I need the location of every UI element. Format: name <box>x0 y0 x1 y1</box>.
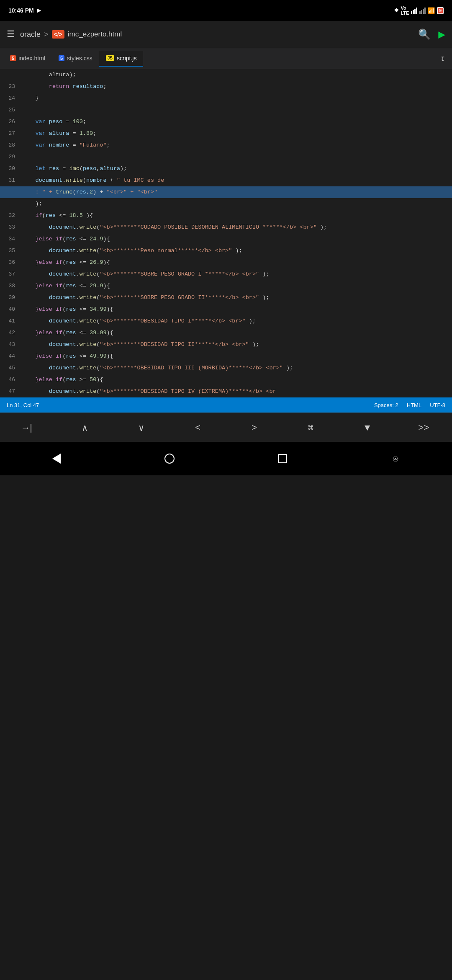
tabs-bar: 5 index.html 5 styles.css JS script.js ↧ <box>0 48 452 69</box>
android-home-button[interactable] <box>157 450 182 467</box>
code-line-35: 35 document.write("<b>********Peso norma… <box>0 245 452 257</box>
code-line-26: 26 var peso = 100; <box>0 116 452 128</box>
code-line-37: 37 document.write("<b>********SOBRE PESO… <box>0 268 452 280</box>
cursor-position: Ln 31, Col 47 <box>7 402 39 408</box>
code-line-32: 32 if(res <= 18.5 ){ <box>0 210 452 222</box>
vo-lte-icon: VoLTE <box>401 5 409 15</box>
tab-label-styles: styles.css <box>67 55 92 62</box>
tab-indent-button[interactable]: →| <box>19 423 38 433</box>
status-time: 10:46 PM ► <box>8 7 43 14</box>
run-button[interactable]: ▶ <box>438 27 445 41</box>
toolbar: ☰ oracle > </> imc_ezperto.html 🔍 ▶ <box>0 21 452 48</box>
spaces-indicator: Spaces: 2 <box>374 402 398 408</box>
language-indicator: HTML <box>407 402 421 408</box>
tab-index-html[interactable]: 5 index.html <box>3 51 52 67</box>
wifi-icon: 📶 <box>428 7 435 14</box>
code-line-40: 40 }else if(res <= 34.99){ <box>0 304 452 315</box>
code-line-31-end: ); <box>0 198 452 210</box>
code-line-30: 30 let res = imc(peso,altura); <box>0 163 452 175</box>
cursor-left-button[interactable]: < <box>189 423 207 433</box>
status-bottom-right: Spaces: 2 HTML UTF-8 <box>374 402 445 408</box>
code-line-29: 29 <box>0 151 452 163</box>
breadcrumb: oracle > </> imc_ezperto.html <box>20 30 413 39</box>
sort-tabs-icon[interactable]: ↧ <box>437 53 449 64</box>
battery-icon: 9 <box>437 7 444 14</box>
breadcrumb-separator: > <box>44 30 49 39</box>
tab-label-index: index.html <box>18 55 45 62</box>
signal-bars-2 <box>419 8 426 14</box>
status-right: ✱ VoLTE 📶 9 <box>394 5 444 15</box>
cursor-up-button[interactable]: ∧ <box>76 423 94 434</box>
android-accessibility-button[interactable]: ♾ <box>383 450 408 467</box>
search-icon[interactable]: 🔍 <box>418 28 431 41</box>
signal-bars <box>411 8 417 14</box>
code-line-24: 24 } <box>0 93 452 104</box>
code-line-44: 44 }else if(res <= 49.99){ <box>0 351 452 362</box>
tab-styles-css[interactable]: 5 styles.css <box>52 51 99 67</box>
code-line-28: 28 var nombre = "Fulano"; <box>0 139 452 151</box>
code-line-31-cont: : " + trunc(res,2) + "<br>" + "<br>" <box>0 186 452 198</box>
status-bottom-bar: Ln 31, Col 47 Spaces: 2 HTML UTF-8 <box>0 397 452 413</box>
battery-level: 9 <box>439 8 442 13</box>
code-line-43: 43 document.write("<b>********OBESIDAD T… <box>0 339 452 351</box>
tab-script-js[interactable]: JS script.js <box>99 51 144 67</box>
tab-label-script: script.js <box>117 55 136 62</box>
cursor-down-button[interactable]: ∨ <box>132 423 151 434</box>
code-line-33: 33 document.write("<b>********CUDADO POS… <box>0 222 452 233</box>
toolbar-actions: 🔍 ▶ <box>418 27 445 41</box>
status-bar: 10:46 PM ► ✱ VoLTE 📶 9 <box>0 0 452 21</box>
cursor-right-button[interactable]: > <box>245 423 264 433</box>
code-line-25: 25 <box>0 104 452 116</box>
code-line-27: 27 var altura = 1.80; <box>0 128 452 139</box>
android-recent-button[interactable] <box>270 450 295 467</box>
android-back-button[interactable] <box>44 450 69 467</box>
bluetooth-icon: ✱ <box>394 8 398 13</box>
code-line-31: 31 document.write(nombre + " tu IMC es d… <box>0 175 452 186</box>
html-file-icon: </> <box>52 30 64 39</box>
html-tab-icon: 5 <box>10 55 16 61</box>
menu-icon[interactable]: ☰ <box>7 29 15 40</box>
code-line-41: 41 document.write("<b>********OBESIDAD T… <box>0 315 452 327</box>
code-line-47: 47 document.write("<b>********OBESIDAD T… <box>0 386 452 397</box>
css-tab-icon: 5 <box>59 55 64 61</box>
android-nav-bar: ♾ <box>0 442 452 475</box>
code-line-46: 46 }else if(res >= 50){ <box>0 374 452 386</box>
command-button[interactable]: ⌘ <box>302 423 320 434</box>
code-line-23: 23 return resultado; <box>0 81 452 93</box>
bottom-toolbar: →| ∧ ∨ < > ⌘ ▼ >> <box>0 413 452 442</box>
code-line-45: 45 document.write("<b>*******OBESIDAD TI… <box>0 362 452 374</box>
breadcrumb-filename[interactable]: imc_ezperto.html <box>68 30 122 39</box>
code-editor[interactable]: altura); 23 return resultado; 24 } 25 26… <box>0 69 452 397</box>
breadcrumb-oracle[interactable]: oracle <box>20 30 41 39</box>
code-line: altura); <box>0 69 452 81</box>
code-line-42: 42 }else if(res <= 39.99){ <box>0 327 452 339</box>
js-tab-icon: JS <box>106 55 114 61</box>
code-line-34: 34 }else if(res <= 24.9){ <box>0 233 452 245</box>
send-icon: ► <box>36 7 43 14</box>
code-line-36: 36 }else if(res <= 26.9){ <box>0 257 452 268</box>
code-line-38: 38 }else if(res <= 29.9){ <box>0 280 452 292</box>
encoding-indicator: UTF-8 <box>430 402 445 408</box>
dropdown-button[interactable]: ▼ <box>358 423 377 433</box>
time-display: 10:46 PM <box>8 7 34 14</box>
code-line-39: 39 document.write("<b>********SOBRE PESO… <box>0 292 452 304</box>
more-button[interactable]: >> <box>415 423 433 433</box>
